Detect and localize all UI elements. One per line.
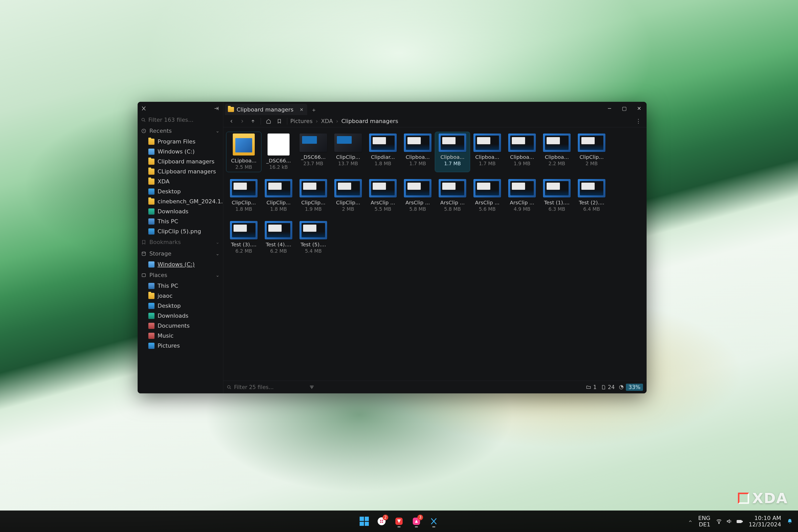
sidebar-section-storage[interactable]: Storage⌄ — [138, 248, 223, 259]
file-size: 5.8 MB — [409, 206, 426, 212]
file-item[interactable]: _DSC66...16.2 kB — [261, 132, 296, 172]
file-item[interactable]: Test (2)....6.4 MB — [574, 177, 609, 214]
file-item[interactable]: Test (1)....6.3 MB — [539, 177, 574, 214]
forward-button[interactable] — [238, 117, 247, 126]
breadcrumb-segment[interactable]: XDA — [321, 118, 333, 124]
folder-icon — [148, 178, 154, 185]
pc-icon — [148, 218, 154, 225]
sidebar-item[interactable]: XDA — [138, 176, 223, 187]
sidebar-section-places[interactable]: Places⌄ — [138, 269, 223, 281]
dl-icon — [148, 208, 154, 214]
tab-clipboard-managers[interactable]: Clipboard managers ✕ — [225, 104, 307, 115]
file-item[interactable]: Test (4)....6.2 MB — [261, 220, 296, 256]
sidebar-item[interactable]: This PC — [138, 281, 223, 291]
svg-rect-12 — [737, 521, 741, 522]
file-item[interactable]: ClipClip...2 MB — [574, 132, 609, 172]
footer-filter-input[interactable] — [234, 384, 306, 390]
new-tab-button[interactable]: ＋ — [309, 105, 319, 115]
disk-icon — [619, 385, 624, 390]
file-item[interactable]: Clipboa...1.9 MB — [505, 132, 539, 172]
more-menu-button[interactable]: ⋮ — [634, 117, 643, 126]
file-item[interactable]: ArsClip ...4.9 MB — [505, 177, 539, 214]
maximize-button[interactable]: ▢ — [617, 102, 632, 115]
taskbar-app-pink[interactable]: 3 — [409, 514, 423, 528]
bookmark-button[interactable] — [275, 117, 284, 126]
file-item[interactable]: ArsClip ...5.8 MB — [400, 177, 435, 214]
sidebar-item-label: Windows (C:) — [157, 261, 195, 268]
sidebar-section-recents[interactable]: Recents⌄ — [138, 125, 223, 137]
file-name: ArsClip ... — [475, 200, 499, 206]
sidebar-item-label: Pictures — [157, 342, 180, 349]
file-item[interactable]: ArsClip ...5.6 MB — [470, 177, 505, 214]
file-size: 6.2 MB — [270, 248, 287, 254]
breadcrumb-segment[interactable]: Pictures — [290, 118, 312, 124]
file-item[interactable]: Test (3)....6.2 MB — [226, 220, 261, 256]
file-item[interactable]: Clipboa...1.7 MB — [435, 132, 470, 172]
file-item[interactable]: ClipClip...1.8 MB — [226, 177, 261, 214]
file-item[interactable]: Clipdiar...1.8 MB — [365, 132, 400, 172]
clock[interactable]: 10:10 AM12/31/2024 — [749, 515, 781, 528]
start-button[interactable] — [357, 514, 372, 528]
thumbnail — [230, 221, 258, 240]
sidebar-item[interactable]: CLipboard managers — [138, 167, 223, 176]
sidebar-item[interactable]: ClipClip (5).png — [138, 226, 223, 236]
notifications-icon[interactable] — [787, 518, 793, 524]
file-item[interactable]: ClipClip...1.9 MB — [296, 177, 331, 214]
close-tab-icon[interactable]: ✕ — [300, 107, 303, 112]
sidebar-item[interactable]: Windows (C:) — [138, 259, 223, 269]
taskbar-app-vivaldi[interactable] — [392, 514, 406, 528]
sidebar-item-label: Clipboard managers — [157, 158, 214, 165]
file-item[interactable]: Clipboa...2.2 MB — [539, 132, 574, 172]
sidebar-item[interactable]: Music — [138, 331, 223, 341]
breadcrumb[interactable]: Pictures›XDA›Clipboard managers — [290, 118, 398, 124]
battery-icon[interactable] — [736, 518, 743, 524]
file-item[interactable]: ClipClip...2 MB — [331, 177, 365, 214]
sidebar-item[interactable]: Program Files — [138, 137, 223, 147]
sidebar-item-label: Music — [157, 332, 174, 339]
minimize-button[interactable]: ─ — [602, 102, 617, 115]
sidebar-section-bookmarks[interactable]: Bookmarks⌄ — [138, 236, 223, 248]
taskbar-app-slack[interactable]: 2 — [375, 514, 389, 528]
file-item[interactable]: ArsClip ...5.5 MB — [365, 177, 400, 214]
mus-icon — [148, 333, 154, 339]
sidebar-item[interactable]: Desktop — [138, 301, 223, 311]
sidebar-item[interactable]: Downloads — [138, 206, 223, 216]
sidebar-item[interactable]: Windows (C:) — [138, 147, 223, 156]
file-item[interactable]: CLipboa...2.5 MB — [226, 132, 261, 172]
file-item[interactable]: Clipboa...1.7 MB — [470, 132, 505, 172]
wifi-icon[interactable] — [716, 518, 722, 524]
dock-sidebar-icon[interactable] — [212, 104, 221, 113]
thumbnail — [300, 179, 327, 197]
sidebar-item[interactable]: cinebench_GM_2024.1.0 — [138, 196, 223, 206]
sidebar-item[interactable]: Documents — [138, 321, 223, 331]
sidebar-filter[interactable] — [138, 115, 223, 125]
sidebar-item-label: This PC — [157, 283, 178, 289]
file-item[interactable]: ClipClip...13.7 MB — [331, 132, 365, 172]
taskbar[interactable]: 2 3 ENGDE1 10:10 AM12/31/2024 — [0, 511, 798, 532]
file-item[interactable]: ClipClip...1.8 MB — [261, 177, 296, 214]
file-item[interactable]: ArsClip ...5.8 MB — [435, 177, 470, 214]
home-button[interactable] — [264, 117, 273, 126]
sidebar-filter-input[interactable] — [148, 117, 220, 123]
file-grid[interactable]: CLipboa...2.5 MB_DSC66...16.2 kB_DSC66..… — [223, 127, 647, 381]
back-button[interactable] — [227, 117, 236, 126]
sidebar-item[interactable]: Clipboard managers — [138, 156, 223, 167]
sidebar-item[interactable]: Downloads — [138, 311, 223, 321]
sidebar-item[interactable]: joaoc — [138, 291, 223, 301]
taskbar-app-files[interactable] — [426, 514, 441, 528]
file-size: 2 MB — [586, 160, 598, 166]
file-item[interactable]: _DSC66...23.7 MB — [296, 132, 331, 172]
sidebar-item[interactable]: Pictures — [138, 341, 223, 351]
up-button[interactable] — [248, 117, 258, 126]
filter-options-icon[interactable] — [308, 384, 315, 391]
sidebar-item[interactable]: This PC — [138, 216, 223, 226]
app-logo-icon[interactable] — [140, 105, 147, 112]
file-item[interactable]: Clipboa...1.7 MB — [400, 132, 435, 172]
close-window-button[interactable]: ✕ — [632, 102, 647, 115]
file-item[interactable]: Test (5)....5.4 MB — [296, 220, 331, 256]
volume-icon[interactable] — [726, 518, 732, 524]
tray-overflow-icon[interactable] — [688, 519, 692, 524]
breadcrumb-segment[interactable]: Clipboard managers — [341, 118, 398, 124]
language-indicator[interactable]: ENGDE1 — [698, 515, 710, 528]
sidebar-item[interactable]: Desktop — [138, 187, 223, 196]
